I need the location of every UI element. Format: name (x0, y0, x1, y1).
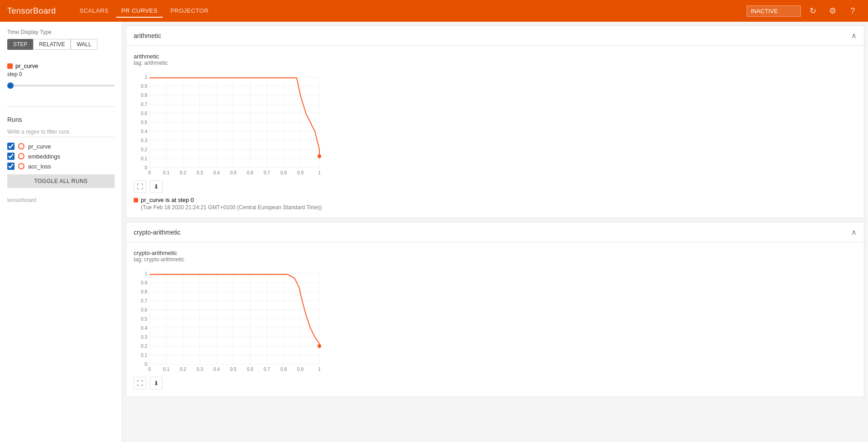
svg-text:0.5: 0.5 (141, 120, 147, 125)
slider-track (7, 85, 115, 86)
help-button[interactable]: ? (844, 3, 861, 19)
svg-text:0.2: 0.2 (180, 367, 186, 372)
svg-text:0.3: 0.3 (141, 138, 147, 143)
step-btn[interactable]: STEP (7, 39, 33, 50)
refresh-button[interactable]: ↻ (805, 3, 821, 19)
run-label-embeddings: embeddings (28, 153, 60, 160)
svg-text:0.9: 0.9 (297, 367, 304, 372)
chart-tag-arithmetic: tag: arithmetic (134, 60, 857, 66)
svg-text:0.8: 0.8 (141, 289, 147, 294)
svg-text:0.9: 0.9 (141, 84, 147, 89)
chart-run-step: pr_curve is at step 0 (134, 197, 857, 203)
svg-text:0.6: 0.6 (141, 111, 147, 116)
download-button-crypto[interactable]: ⬇ (150, 377, 163, 389)
svg-text:0.7: 0.7 (264, 170, 270, 175)
run-info: pr_curve step 0 (7, 62, 115, 94)
nav-pr-curves[interactable]: PR CURVES (116, 5, 163, 18)
svg-text:0.5: 0.5 (230, 367, 236, 372)
svg-text:0: 0 (145, 165, 147, 170)
run-step-label: step 0 (7, 71, 115, 77)
svg-text:1: 1 (318, 170, 321, 175)
runs-section-title: Runs (7, 116, 115, 123)
sidebar-divider (7, 106, 115, 107)
svg-text:0.9: 0.9 (141, 280, 147, 285)
svg-text:1: 1 (145, 271, 147, 276)
pr-curve-svg-crypto: 0 0.1 0.2 0.3 0.4 0.5 0.6 0.7 0.8 0.9 1 (134, 264, 324, 373)
svg-text:0.3: 0.3 (197, 367, 203, 372)
svg-text:0.6: 0.6 (247, 367, 253, 372)
slider-thumb[interactable] (7, 82, 14, 89)
svg-text:0.1: 0.1 (163, 170, 169, 175)
chart-section-crypto: crypto-arithmetic ∧ crypto-arithmetic ta… (126, 222, 864, 397)
chart-title-arithmetic: arithmetic tag: arithmetic (134, 53, 857, 66)
run-circle-embeddings (18, 153, 24, 159)
svg-text:0.5: 0.5 (141, 317, 147, 322)
run-checkbox-embeddings[interactable] (7, 153, 14, 160)
chart-canvas-crypto: 0 0.1 0.2 0.3 0.4 0.5 0.6 0.7 0.8 0.9 1 (134, 264, 857, 373)
wall-btn[interactable]: WALL (71, 39, 97, 50)
svg-text:0.8: 0.8 (280, 170, 287, 175)
time-display-label: Time Display Type (7, 29, 115, 35)
svg-text:0.8: 0.8 (280, 367, 287, 372)
relative-btn[interactable]: RELATIVE (33, 39, 71, 50)
chart-tag-crypto: tag: crypto-arithmetic (134, 256, 857, 263)
svg-text:0.7: 0.7 (141, 298, 147, 303)
top-nav: SCALARS PR CURVES PROJECTOR (74, 5, 214, 18)
svg-text:0.9: 0.9 (297, 170, 304, 175)
chart-body-crypto: crypto-arithmetic tag: crypto-arithmetic (126, 242, 864, 397)
svg-text:0: 0 (145, 362, 147, 367)
chart-section-arithmetic: arithmetic ∧ arithmetic tag: arithmetic (126, 25, 864, 218)
settings-button[interactable]: ⚙ (825, 3, 841, 19)
svg-text:0.4: 0.4 (141, 129, 147, 134)
nav-scalars[interactable]: SCALARS (74, 5, 114, 18)
topbar: TensorBoard SCALARS PR CURVES PROJECTOR … (0, 0, 868, 22)
svg-text:0.6: 0.6 (247, 170, 253, 175)
runs-section: Runs pr_curve embeddings acc_loss TOGGLE… (7, 116, 115, 188)
svg-text:0.2: 0.2 (141, 344, 147, 349)
chart-header-arithmetic[interactable]: arithmetic ∧ (126, 26, 864, 46)
nav-projector[interactable]: PROJECTOR (165, 5, 214, 18)
status-select[interactable]: INACTIVE (747, 5, 801, 17)
svg-text:0.7: 0.7 (141, 102, 147, 107)
chart-body-arithmetic: arithmetic tag: arithmetic (126, 46, 864, 218)
svg-text:0.3: 0.3 (197, 170, 203, 175)
chart-name-crypto: crypto-arithmetic (134, 250, 857, 256)
footer-label: tensorboard (7, 197, 115, 203)
run-circle-acc-loss (18, 163, 24, 169)
run-checkbox-pr-curve[interactable] (7, 143, 14, 150)
svg-text:0.2: 0.2 (180, 170, 186, 175)
chart-header-crypto[interactable]: crypto-arithmetic ∧ (126, 222, 864, 242)
time-display-section: Time Display Type STEP RELATIVE WALL (7, 29, 115, 57)
step-slider[interactable] (7, 81, 115, 90)
chart-tools-crypto: ⛶ ⬇ (134, 377, 857, 389)
time-display-buttons: STEP RELATIVE WALL (7, 39, 115, 50)
info-dot-arithmetic (134, 198, 138, 202)
svg-text:0.4: 0.4 (213, 367, 220, 372)
svg-text:0.4: 0.4 (213, 170, 220, 175)
svg-text:0.1: 0.1 (141, 156, 147, 161)
collapse-icon-arithmetic: ∧ (851, 31, 857, 40)
app-logo: TensorBoard (7, 6, 56, 16)
run-checkbox-acc-loss[interactable] (7, 163, 14, 170)
chart-timestamp: (Tue Feb 18 2020 21:24:21 GMT+0100 (Cent… (134, 204, 857, 211)
chart-run-label: pr_curve is at step 0 (141, 197, 194, 203)
zoom-fit-button[interactable]: ⛶ (134, 180, 146, 193)
svg-point-89 (318, 344, 321, 348)
svg-text:0.4: 0.4 (141, 326, 147, 331)
svg-text:0.8: 0.8 (141, 93, 147, 98)
zoom-fit-button-crypto[interactable]: ⛶ (134, 377, 146, 389)
svg-point-44 (318, 154, 321, 158)
svg-text:0.1: 0.1 (141, 353, 147, 358)
topbar-right: INACTIVE ↻ ⚙ ? (747, 3, 861, 19)
layout: Time Display Type STEP RELATIVE WALL pr_… (0, 22, 868, 442)
download-button[interactable]: ⬇ (150, 180, 163, 193)
chart-title-crypto: crypto-arithmetic tag: crypto-arithmetic (134, 250, 857, 263)
toggle-all-runs-button[interactable]: TOGGLE ALL RUNS (7, 174, 115, 188)
svg-text:0.1: 0.1 (163, 367, 169, 372)
svg-text:0.2: 0.2 (141, 147, 147, 152)
filter-runs-input[interactable] (7, 127, 115, 137)
svg-text:0.5: 0.5 (230, 170, 236, 175)
run-name-display: pr_curve (7, 62, 115, 69)
svg-text:0.7: 0.7 (264, 367, 270, 372)
svg-text:0.6: 0.6 (141, 307, 147, 312)
